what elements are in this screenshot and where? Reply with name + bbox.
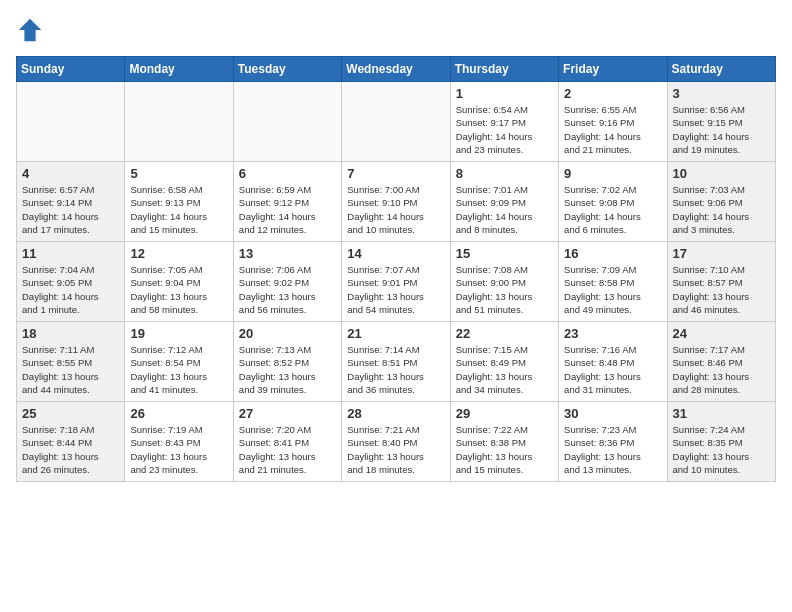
day-info: Sunrise: 7:05 AM Sunset: 9:04 PM Dayligh… [130, 263, 227, 316]
calendar-cell: 30Sunrise: 7:23 AM Sunset: 8:36 PM Dayli… [559, 402, 667, 482]
calendar-cell: 20Sunrise: 7:13 AM Sunset: 8:52 PM Dayli… [233, 322, 341, 402]
calendar-cell: 24Sunrise: 7:17 AM Sunset: 8:46 PM Dayli… [667, 322, 775, 402]
day-info: Sunrise: 7:19 AM Sunset: 8:43 PM Dayligh… [130, 423, 227, 476]
day-info: Sunrise: 6:56 AM Sunset: 9:15 PM Dayligh… [673, 103, 770, 156]
week-row-2: 4Sunrise: 6:57 AM Sunset: 9:14 PM Daylig… [17, 162, 776, 242]
calendar-cell: 12Sunrise: 7:05 AM Sunset: 9:04 PM Dayli… [125, 242, 233, 322]
day-info: Sunrise: 6:57 AM Sunset: 9:14 PM Dayligh… [22, 183, 119, 236]
day-info: Sunrise: 7:18 AM Sunset: 8:44 PM Dayligh… [22, 423, 119, 476]
column-header-friday: Friday [559, 57, 667, 82]
day-number: 16 [564, 246, 661, 261]
calendar-cell: 13Sunrise: 7:06 AM Sunset: 9:02 PM Dayli… [233, 242, 341, 322]
calendar-cell: 19Sunrise: 7:12 AM Sunset: 8:54 PM Dayli… [125, 322, 233, 402]
calendar-table: SundayMondayTuesdayWednesdayThursdayFrid… [16, 56, 776, 482]
column-header-saturday: Saturday [667, 57, 775, 82]
day-number: 18 [22, 326, 119, 341]
day-number: 10 [673, 166, 770, 181]
day-number: 13 [239, 246, 336, 261]
calendar-cell: 9Sunrise: 7:02 AM Sunset: 9:08 PM Daylig… [559, 162, 667, 242]
day-number: 7 [347, 166, 444, 181]
column-header-thursday: Thursday [450, 57, 558, 82]
day-info: Sunrise: 7:04 AM Sunset: 9:05 PM Dayligh… [22, 263, 119, 316]
calendar-cell: 31Sunrise: 7:24 AM Sunset: 8:35 PM Dayli… [667, 402, 775, 482]
day-number: 23 [564, 326, 661, 341]
day-number: 12 [130, 246, 227, 261]
day-info: Sunrise: 6:58 AM Sunset: 9:13 PM Dayligh… [130, 183, 227, 236]
day-info: Sunrise: 7:09 AM Sunset: 8:58 PM Dayligh… [564, 263, 661, 316]
calendar-header: SundayMondayTuesdayWednesdayThursdayFrid… [17, 57, 776, 82]
page-header [16, 16, 776, 44]
calendar-cell: 21Sunrise: 7:14 AM Sunset: 8:51 PM Dayli… [342, 322, 450, 402]
calendar-cell: 10Sunrise: 7:03 AM Sunset: 9:06 PM Dayli… [667, 162, 775, 242]
day-number: 1 [456, 86, 553, 101]
column-header-wednesday: Wednesday [342, 57, 450, 82]
day-info: Sunrise: 7:01 AM Sunset: 9:09 PM Dayligh… [456, 183, 553, 236]
day-number: 2 [564, 86, 661, 101]
calendar-cell: 2Sunrise: 6:55 AM Sunset: 9:16 PM Daylig… [559, 82, 667, 162]
day-number: 20 [239, 326, 336, 341]
day-number: 5 [130, 166, 227, 181]
day-number: 28 [347, 406, 444, 421]
day-info: Sunrise: 7:03 AM Sunset: 9:06 PM Dayligh… [673, 183, 770, 236]
week-row-5: 25Sunrise: 7:18 AM Sunset: 8:44 PM Dayli… [17, 402, 776, 482]
calendar-cell: 8Sunrise: 7:01 AM Sunset: 9:09 PM Daylig… [450, 162, 558, 242]
calendar-cell: 4Sunrise: 6:57 AM Sunset: 9:14 PM Daylig… [17, 162, 125, 242]
calendar-cell: 5Sunrise: 6:58 AM Sunset: 9:13 PM Daylig… [125, 162, 233, 242]
day-info: Sunrise: 7:21 AM Sunset: 8:40 PM Dayligh… [347, 423, 444, 476]
logo-icon [16, 16, 44, 44]
day-info: Sunrise: 7:20 AM Sunset: 8:41 PM Dayligh… [239, 423, 336, 476]
day-info: Sunrise: 7:24 AM Sunset: 8:35 PM Dayligh… [673, 423, 770, 476]
day-info: Sunrise: 7:13 AM Sunset: 8:52 PM Dayligh… [239, 343, 336, 396]
calendar-cell: 17Sunrise: 7:10 AM Sunset: 8:57 PM Dayli… [667, 242, 775, 322]
calendar-cell: 23Sunrise: 7:16 AM Sunset: 8:48 PM Dayli… [559, 322, 667, 402]
day-number: 8 [456, 166, 553, 181]
column-header-monday: Monday [125, 57, 233, 82]
calendar-cell [125, 82, 233, 162]
day-number: 31 [673, 406, 770, 421]
day-info: Sunrise: 7:22 AM Sunset: 8:38 PM Dayligh… [456, 423, 553, 476]
day-info: Sunrise: 7:12 AM Sunset: 8:54 PM Dayligh… [130, 343, 227, 396]
calendar-cell: 7Sunrise: 7:00 AM Sunset: 9:10 PM Daylig… [342, 162, 450, 242]
day-info: Sunrise: 7:00 AM Sunset: 9:10 PM Dayligh… [347, 183, 444, 236]
week-row-4: 18Sunrise: 7:11 AM Sunset: 8:55 PM Dayli… [17, 322, 776, 402]
calendar-cell: 26Sunrise: 7:19 AM Sunset: 8:43 PM Dayli… [125, 402, 233, 482]
calendar-cell: 18Sunrise: 7:11 AM Sunset: 8:55 PM Dayli… [17, 322, 125, 402]
day-info: Sunrise: 7:07 AM Sunset: 9:01 PM Dayligh… [347, 263, 444, 316]
day-number: 3 [673, 86, 770, 101]
day-number: 21 [347, 326, 444, 341]
day-info: Sunrise: 7:11 AM Sunset: 8:55 PM Dayligh… [22, 343, 119, 396]
day-number: 22 [456, 326, 553, 341]
svg-marker-0 [19, 19, 41, 41]
day-number: 9 [564, 166, 661, 181]
day-number: 19 [130, 326, 227, 341]
calendar-cell: 15Sunrise: 7:08 AM Sunset: 9:00 PM Dayli… [450, 242, 558, 322]
day-info: Sunrise: 7:10 AM Sunset: 8:57 PM Dayligh… [673, 263, 770, 316]
day-info: Sunrise: 6:59 AM Sunset: 9:12 PM Dayligh… [239, 183, 336, 236]
day-number: 17 [673, 246, 770, 261]
day-info: Sunrise: 7:16 AM Sunset: 8:48 PM Dayligh… [564, 343, 661, 396]
day-info: Sunrise: 6:55 AM Sunset: 9:16 PM Dayligh… [564, 103, 661, 156]
day-number: 14 [347, 246, 444, 261]
week-row-1: 1Sunrise: 6:54 AM Sunset: 9:17 PM Daylig… [17, 82, 776, 162]
day-info: Sunrise: 7:08 AM Sunset: 9:00 PM Dayligh… [456, 263, 553, 316]
calendar-body: 1Sunrise: 6:54 AM Sunset: 9:17 PM Daylig… [17, 82, 776, 482]
day-info: Sunrise: 7:17 AM Sunset: 8:46 PM Dayligh… [673, 343, 770, 396]
calendar-cell [342, 82, 450, 162]
calendar-cell: 14Sunrise: 7:07 AM Sunset: 9:01 PM Dayli… [342, 242, 450, 322]
day-number: 11 [22, 246, 119, 261]
calendar-cell: 28Sunrise: 7:21 AM Sunset: 8:40 PM Dayli… [342, 402, 450, 482]
calendar-cell: 11Sunrise: 7:04 AM Sunset: 9:05 PM Dayli… [17, 242, 125, 322]
calendar-cell: 3Sunrise: 6:56 AM Sunset: 9:15 PM Daylig… [667, 82, 775, 162]
calendar-cell [233, 82, 341, 162]
day-info: Sunrise: 7:06 AM Sunset: 9:02 PM Dayligh… [239, 263, 336, 316]
column-header-sunday: Sunday [17, 57, 125, 82]
calendar-cell: 16Sunrise: 7:09 AM Sunset: 8:58 PM Dayli… [559, 242, 667, 322]
calendar-cell: 1Sunrise: 6:54 AM Sunset: 9:17 PM Daylig… [450, 82, 558, 162]
day-number: 24 [673, 326, 770, 341]
day-info: Sunrise: 7:02 AM Sunset: 9:08 PM Dayligh… [564, 183, 661, 236]
day-info: Sunrise: 7:15 AM Sunset: 8:49 PM Dayligh… [456, 343, 553, 396]
day-number: 25 [22, 406, 119, 421]
day-number: 4 [22, 166, 119, 181]
week-row-3: 11Sunrise: 7:04 AM Sunset: 9:05 PM Dayli… [17, 242, 776, 322]
calendar-cell: 27Sunrise: 7:20 AM Sunset: 8:41 PM Dayli… [233, 402, 341, 482]
